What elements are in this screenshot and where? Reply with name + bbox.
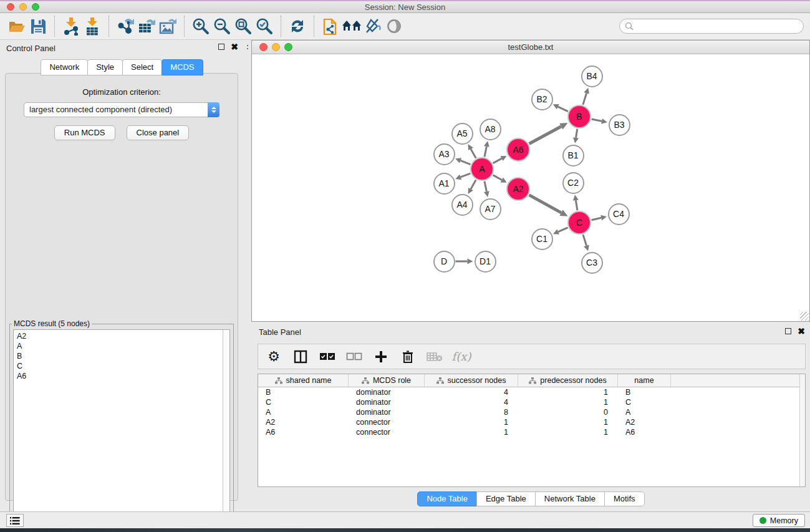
optimization-criterion-label: Optimization criterion: (6, 87, 238, 97)
table-row[interactable]: A6connector11A6 (258, 427, 805, 437)
network-zoom-button[interactable] (284, 43, 292, 51)
mcds-result-item[interactable]: A2 (17, 331, 226, 341)
delete-table-button[interactable] (427, 349, 443, 365)
tab-network[interactable]: Network (41, 59, 88, 75)
deselect-all-columns-button[interactable] (346, 349, 362, 365)
double-house-icon (341, 18, 362, 34)
select-all-columns-button[interactable] (319, 349, 335, 365)
open-session-button[interactable] (6, 16, 27, 37)
graph-node-a8[interactable]: A8 (480, 118, 501, 140)
network-canvas[interactable]: B4B2BB3A5A8A6B1A3AC2A1A2A4A7C4CC1DD1C3 (253, 56, 808, 320)
column-mcds-role[interactable]: MCDS role (349, 374, 425, 387)
column-successor-nodes[interactable]: successor nodes (425, 374, 518, 387)
export-table-button[interactable] (136, 16, 157, 37)
graph-node-c1[interactable]: C1 (531, 228, 553, 250)
tab-node-table[interactable]: Node Table (417, 491, 477, 506)
mcds-result-list[interactable]: A2ABCA6 (13, 329, 230, 528)
refresh-button[interactable] (287, 16, 308, 37)
graph-node-a7[interactable]: A7 (480, 198, 501, 220)
clone-network-button[interactable] (320, 16, 341, 37)
graph-node-a4[interactable]: A4 (451, 194, 473, 216)
mcds-result-item[interactable]: A6 (17, 371, 226, 381)
mcds-result-item[interactable]: C (17, 361, 226, 371)
column-predecessor-nodes[interactable]: predecessor nodes (518, 374, 618, 387)
window-resize-grip[interactable] (800, 312, 809, 321)
toolbar-separator (54, 16, 55, 37)
graph-node-a3[interactable]: A3 (433, 143, 455, 165)
tab-motifs[interactable]: Motifs (604, 491, 645, 506)
graph-node-b2[interactable]: B2 (531, 89, 553, 110)
plus-icon (375, 351, 387, 363)
hide-annotations-button[interactable] (362, 16, 383, 37)
column-shared-name[interactable]: shared name (258, 374, 349, 387)
graph-node-a[interactable]: A (470, 157, 494, 181)
graph-node-b4[interactable]: B4 (581, 65, 603, 87)
zoom-fit-icon (234, 17, 253, 36)
run-mcds-button[interactable]: Run MCDS (54, 125, 115, 140)
graph-node-b1[interactable]: B1 (562, 145, 584, 167)
export-network-button[interactable] (115, 16, 136, 37)
graph-node-c[interactable]: C (567, 211, 591, 235)
search-input[interactable] (619, 19, 804, 34)
network-minimize-button[interactable] (272, 43, 280, 51)
graph-node-c3[interactable]: C3 (581, 252, 603, 274)
tab-mcds[interactable]: MCDS (162, 59, 203, 75)
network-window-titlebar[interactable]: testGlobe.txt (252, 41, 809, 54)
import-network-button[interactable] (60, 16, 82, 37)
column-name[interactable]: name (618, 374, 671, 387)
graph-node-c4[interactable]: C4 (608, 203, 630, 225)
tab-style[interactable]: Style (87, 59, 123, 75)
memory-button[interactable]: Memory (753, 514, 805, 527)
graph-node-d1[interactable]: D1 (475, 251, 496, 273)
memory-status-icon (759, 517, 766, 524)
mcds-result-item[interactable]: B (17, 351, 226, 361)
tab-select[interactable]: Select (122, 59, 162, 75)
zoom-in-button[interactable] (190, 16, 211, 37)
graph-node-a1[interactable]: A1 (433, 173, 455, 195)
zoom-out-button[interactable] (211, 16, 233, 37)
graph-node-b3[interactable]: B3 (609, 114, 630, 136)
table-row[interactable]: Bdominator41B (258, 387, 805, 397)
graph-node-c2[interactable]: C2 (562, 172, 584, 194)
float-panel-icon[interactable] (218, 44, 224, 50)
graph-node-a5[interactable]: A5 (451, 123, 473, 145)
close-table-panel-icon[interactable]: ✖ (798, 328, 805, 334)
task-history-button[interactable] (6, 514, 24, 527)
home-view-button[interactable] (341, 16, 362, 37)
toolbar-separator (108, 16, 109, 37)
table-row[interactable]: Cdominator41C (258, 397, 805, 407)
panel-splitter[interactable] (244, 40, 251, 511)
graph-node-a6[interactable]: A6 (506, 138, 530, 162)
mcds-list-scrollbar[interactable] (223, 330, 229, 527)
save-floppy-icon (30, 18, 47, 35)
function-builder-button[interactable]: f(x) (453, 349, 470, 365)
zoom-fit-button[interactable] (233, 16, 254, 37)
table-row[interactable]: A2connector11A2 (258, 417, 805, 427)
graph-node-b[interactable]: B (567, 105, 591, 128)
network-close-button[interactable] (259, 43, 268, 51)
table-tabs: Node Table Edge Table Network Table Moti… (251, 491, 810, 506)
import-table-button[interactable] (82, 16, 103, 37)
table-scrollbar[interactable] (799, 374, 805, 486)
show-hide-button[interactable] (383, 16, 405, 37)
tab-edge-table[interactable]: Edge Table (476, 491, 536, 506)
toolbar-separator (281, 16, 281, 37)
close-panel-icon[interactable]: ✖ (231, 44, 238, 50)
tab-network-table[interactable]: Network Table (535, 491, 605, 506)
delete-column-button[interactable] (400, 349, 416, 365)
zoom-selected-button[interactable] (254, 16, 275, 37)
mcds-result-item[interactable]: A (17, 341, 226, 351)
table-row[interactable]: Adominator80A (258, 407, 805, 417)
selected-criterion: largest connected component (directed) (29, 105, 172, 114)
create-column-button[interactable] (373, 349, 389, 365)
table-settings-button[interactable]: ⚙ (266, 349, 282, 365)
graph-node-d[interactable]: D (433, 251, 455, 273)
graph-node-a2[interactable]: A2 (506, 177, 530, 201)
export-image-button[interactable] (157, 16, 178, 37)
show-columns-button[interactable] (292, 349, 309, 365)
table-body: Bdominator41BCdominator41CAdominator80AA… (258, 387, 805, 437)
float-table-panel-icon[interactable] (785, 328, 791, 334)
optimization-criterion-select[interactable]: largest connected component (directed) (24, 102, 219, 117)
close-panel-button[interactable]: Close panel (127, 125, 190, 140)
save-session-button[interactable] (27, 16, 49, 37)
